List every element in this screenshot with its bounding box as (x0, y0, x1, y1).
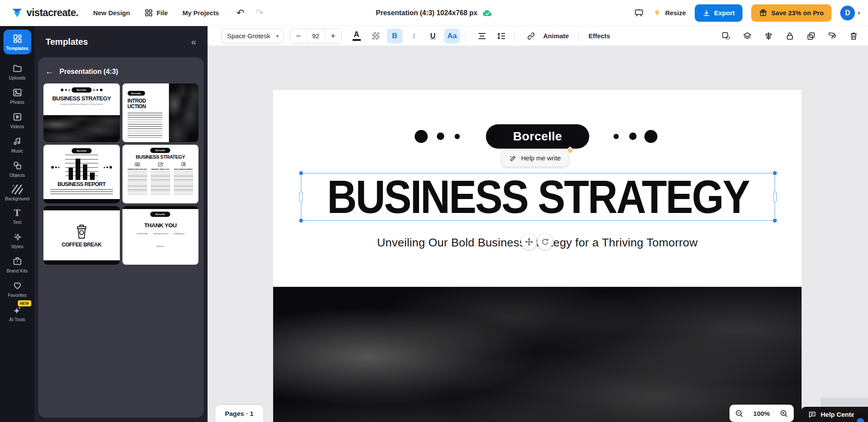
move-handle[interactable] (521, 234, 537, 249)
resize-button[interactable]: Resize (653, 8, 686, 17)
zoom-level[interactable]: 100% (753, 410, 770, 417)
move-icon (525, 238, 533, 246)
document-title[interactable]: Presentation (4:3) 1024x768 px (376, 9, 478, 17)
sidebar-item-objects[interactable]: Objects (2, 157, 33, 180)
text-color-swatch (353, 39, 361, 41)
decor-dot[interactable] (644, 130, 657, 143)
brand-pill[interactable]: Borcelle (486, 124, 589, 149)
canvas-area[interactable]: Borcelle Help me write (208, 46, 868, 422)
video-icon (12, 112, 23, 122)
sidebar-item-brand-kits[interactable]: Brand Kits (2, 253, 33, 276)
account-menu[interactable]: D ▾ (840, 6, 860, 20)
effects-button[interactable]: Effects (584, 32, 614, 40)
underline-button[interactable]: U (425, 29, 441, 43)
mask-icon[interactable] (721, 31, 731, 41)
resize-handle-bottom-left[interactable] (298, 218, 304, 223)
smoke-image[interactable] (273, 287, 802, 422)
copy-style-icon[interactable] (828, 31, 837, 41)
new-design-button[interactable]: New Design (93, 9, 130, 17)
sidebar-item-templates[interactable]: Templates (3, 30, 31, 54)
sidebar-item-styles[interactable]: Styles (2, 229, 33, 252)
collapse-panel-icon[interactable]: « (191, 37, 196, 47)
decor-dot[interactable] (415, 130, 428, 143)
font-size-value[interactable]: 92 (307, 29, 325, 43)
redo-icon[interactable]: ↷ (256, 7, 264, 19)
decor-dot[interactable] (629, 133, 637, 140)
text-color-icon: A (354, 31, 360, 38)
text-color-button[interactable]: A (349, 29, 364, 43)
save-on-pro-button[interactable]: Save 23% on Pro (751, 4, 832, 22)
sidebar-item-uploads[interactable]: Uploads (2, 60, 33, 83)
gift-icon (759, 9, 767, 17)
sidebar-item-background[interactable]: Background (2, 182, 33, 204)
trash-icon[interactable] (849, 31, 858, 41)
zoom-out-icon[interactable] (735, 409, 744, 418)
templates-panel: Templates « ← Presentation (4:3) Borcell… (34, 26, 208, 422)
template-thumb-introduction[interactable]: Borcelle INTROD UCTION (122, 83, 199, 142)
thumb-smoke-image (43, 115, 120, 142)
new-badge: NEW (18, 300, 31, 306)
template-grid: Borcelle BUSINESS STRATEGY Unveiling Our… (43, 83, 198, 265)
align-icon[interactable] (764, 31, 773, 41)
file-menu-label: File (156, 9, 168, 17)
resize-handle-bottom-right[interactable] (772, 218, 778, 223)
my-projects-link[interactable]: My Projects (182, 9, 219, 17)
sidebar-item-photos[interactable]: Photos (2, 84, 33, 107)
font-size-decrease-button[interactable]: − (290, 29, 307, 43)
sidebar-item-music[interactable]: Music (2, 133, 33, 156)
divider (514, 30, 515, 42)
text-align-button[interactable] (474, 29, 490, 43)
rotate-handle[interactable] (537, 234, 553, 249)
bold-button[interactable]: B (387, 29, 403, 43)
template-thumb-thank-you[interactable]: Borcelle THANK YOU +123-456-7890 hello@y… (122, 206, 199, 265)
top-bar: vistacreate. New Design File My Projects… (0, 0, 868, 26)
template-thumb-strategy-columns[interactable]: Borcelle BUSINESS STRATEGY HUMAN RESOURC… (122, 145, 199, 203)
sidebar-item-videos[interactable]: Videos (2, 109, 33, 132)
layers-icon[interactable] (743, 31, 752, 41)
undo-icon[interactable]: ↶ (236, 7, 244, 19)
template-thumb-business-strategy[interactable]: Borcelle BUSINESS STRATEGY Unveiling Our… (43, 83, 120, 142)
slide-page[interactable]: Borcelle Help me write (273, 90, 802, 422)
decor-dot[interactable] (614, 134, 619, 139)
thumb-header-bar (122, 206, 199, 209)
resize-label: Resize (665, 9, 686, 17)
line-spacing-button[interactable] (493, 29, 509, 43)
vistacreate-editor: vistacreate. New Design File My Projects… (0, 0, 868, 422)
export-button[interactable]: Export (695, 4, 743, 22)
lock-icon[interactable] (785, 31, 795, 41)
uppercase-button[interactable]: Aa (444, 29, 460, 43)
decor-dot[interactable] (455, 134, 460, 139)
link-button[interactable] (523, 29, 539, 43)
font-size-increase-button[interactable]: + (325, 29, 341, 43)
promo-label: Save 23% on Pro (771, 9, 824, 17)
selection-box[interactable] (301, 173, 775, 221)
file-menu[interactable]: File (145, 9, 168, 17)
templates-icon (12, 33, 23, 44)
back-icon[interactable]: ← (45, 67, 53, 76)
sidebar-item-favorites[interactable]: Favorites (2, 277, 33, 300)
font-family-select[interactable]: Space Grotesk ▾ (221, 29, 284, 43)
zoom-in-icon[interactable] (779, 409, 789, 418)
chat-widget[interactable] (854, 412, 867, 422)
duplicate-icon[interactable] (806, 31, 816, 41)
template-thumb-business-report[interactable]: Borcelle (43, 145, 120, 203)
help-me-write-button[interactable]: Help me write (502, 150, 568, 166)
sidebar-item-text[interactable]: T Text (2, 205, 33, 227)
resize-handle-left[interactable] (299, 192, 303, 202)
decor-dot[interactable] (437, 133, 444, 140)
vistacreate-logo[interactable]: vistacreate. (11, 7, 78, 19)
transparency-button[interactable] (368, 29, 383, 43)
present-icon[interactable] (634, 8, 644, 18)
template-thumb-coffee-break[interactable]: COFFEE BREAK (43, 206, 120, 265)
animate-button[interactable]: Animate (539, 32, 573, 40)
sidebar-label: Objects (10, 173, 25, 178)
resize-handle-top-right[interactable] (772, 170, 778, 176)
resize-handle-top-left[interactable] (298, 170, 304, 176)
pages-tab[interactable]: Pages · 1 (215, 405, 263, 422)
italic-button[interactable]: I (406, 29, 422, 43)
thumb-brand-row: Borcelle (43, 87, 120, 93)
sidebar-item-ai-tools[interactable]: NEW AI Tools (2, 302, 33, 325)
chevron-down-icon: ▾ (276, 33, 279, 39)
resize-handle-right[interactable] (773, 192, 777, 202)
thumb-column-heading: RISK MANAGEMENT (174, 168, 193, 170)
